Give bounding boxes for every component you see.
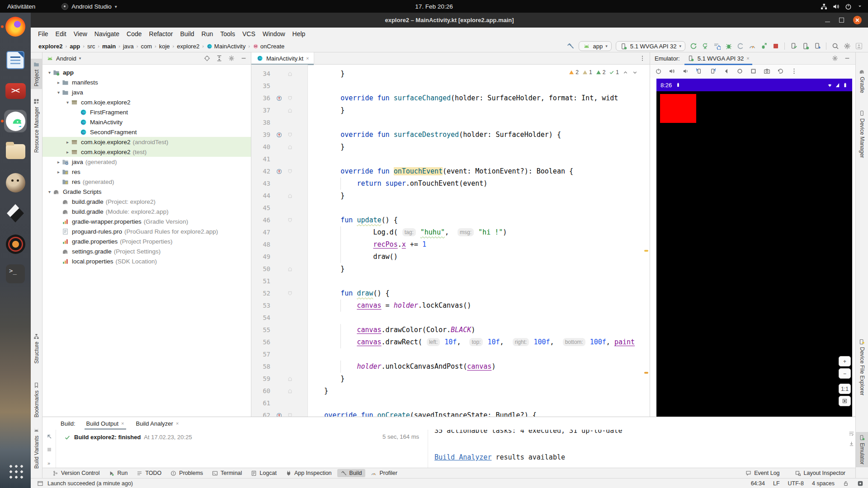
tool-strip-tab-resource-manager[interactable]: Resource Manager — [31, 96, 42, 155]
more-options-icon[interactable] — [638, 55, 646, 62]
tool-window-button-event-log[interactable]: Event Log — [742, 469, 783, 477]
tree-item-java[interactable]: ▾java — [42, 87, 251, 97]
build-status-row[interactable]: Build explore2: finished At 17.02.23, 20… — [56, 430, 426, 441]
dock-item-photo-tool[interactable] — [5, 233, 26, 255]
tree-item-settings-gradle[interactable]: settings.gradle(Project Settings) — [42, 246, 251, 256]
soft-wrap-icon[interactable] — [849, 431, 854, 436]
tree-toggle-icon[interactable]: ▾ — [55, 90, 62, 95]
tree-toggle-icon[interactable]: ▾ — [64, 100, 71, 105]
rerunA-icon[interactable] — [701, 42, 709, 50]
tool-window-button-layout-inspector[interactable]: Layout Inspector — [792, 469, 849, 477]
code-line-36[interactable]: 36 override fun surfaceChanged(holder: S… — [251, 92, 650, 104]
scroll-to-end-icon[interactable] — [849, 441, 854, 447]
build-console[interactable]: 35 actionable tasks: 4 executed, 31 up-t… — [428, 430, 842, 468]
tree-toggle-icon[interactable]: ▾ — [46, 189, 53, 194]
tree-item-res[interactable]: ▸res — [42, 167, 251, 177]
tree-item-proguard-rules-pro[interactable]: proguard-rules.pro(ProGuard Rules for ex… — [42, 226, 251, 236]
code-line-35[interactable]: 35 — [251, 80, 650, 92]
network-icon[interactable] — [821, 3, 827, 10]
status-message[interactable]: Launch succeeded (a minute ago) — [47, 480, 133, 487]
stop-icon[interactable] — [772, 42, 779, 50]
dock-item-firefox[interactable] — [5, 16, 26, 38]
breadcrumb-mainactivity[interactable]: MainActivity — [205, 42, 247, 50]
build-tab-build-output[interactable]: Build Output× — [86, 417, 124, 430]
tree-toggle-icon[interactable]: ▸ — [64, 140, 71, 145]
system-tray[interactable] — [821, 3, 863, 10]
more-actions-icon[interactable]: » — [47, 460, 51, 466]
tree-toggle-icon[interactable]: ▸ — [55, 169, 62, 174]
menu-help[interactable]: Help — [289, 29, 309, 39]
gear-icon[interactable] — [843, 42, 851, 50]
menu-refactor[interactable]: Refactor — [146, 29, 177, 39]
code-line-53[interactable]: 53 canvas = holder.lockCanvas() — [251, 300, 650, 312]
fold-marker-icon[interactable] — [285, 129, 295, 141]
rerun-build-icon[interactable] — [45, 432, 53, 440]
tool-window-button-build[interactable]: Build — [337, 469, 366, 477]
phoneGreen-icon[interactable] — [802, 42, 809, 50]
status-file-encoding[interactable]: UTF-8 — [788, 480, 804, 487]
build-analyzer-link[interactable]: Build Analyzer — [434, 453, 491, 461]
tool-strip-tab-gradle[interactable]: Gradle — [856, 66, 868, 96]
code-line-50[interactable]: 50 } — [251, 263, 650, 275]
dock-item-gimp[interactable] — [5, 172, 26, 193]
menu-code[interactable]: Code — [123, 29, 145, 39]
tree-item-firstfragment[interactable]: FirstFragment — [42, 107, 251, 117]
inspection-widget[interactable]: 2121 — [567, 68, 640, 76]
inspection-warning-badge[interactable]: 2 — [596, 69, 606, 75]
tree-item-local-properties[interactable]: local.properties(SDK Location) — [42, 256, 251, 266]
code-line-37[interactable]: 37 } — [251, 104, 650, 117]
menu-navigate[interactable]: Navigate — [91, 29, 123, 39]
menu-run[interactable]: Run — [198, 29, 217, 39]
gear-icon[interactable] — [831, 55, 839, 62]
tree-item-gradle-wrapper-properties[interactable]: gradle-wrapper.properties(Gradle Version… — [42, 216, 251, 226]
fold-marker-icon[interactable] — [285, 409, 295, 417]
code-line-56[interactable]: 56 canvas.drawRect( left: 10f, top: 10f,… — [251, 336, 650, 348]
code-line-55[interactable]: 55 canvas.drawColor(Color.BLACK) — [251, 324, 650, 336]
code-line-39[interactable]: 39 override fun surfaceDestroyed(holder:… — [251, 129, 650, 141]
code-line-61[interactable]: 61 — [251, 397, 650, 409]
volume-up-icon[interactable] — [668, 67, 676, 75]
clock[interactable]: 17. Feb 20:26 — [0, 3, 868, 10]
tree-item-com-koje-explore2[interactable]: ▸com.koje.explore2(androidTest) — [42, 137, 251, 147]
tool-window-button-profiler[interactable]: Profiler — [367, 469, 401, 477]
tool-window-button-version-control[interactable]: Version Control — [49, 469, 103, 477]
devsync-icon[interactable] — [790, 42, 797, 50]
menu-build[interactable]: Build — [176, 29, 198, 39]
tree-item-app[interactable]: ▾app — [42, 67, 251, 77]
screenshot-icon[interactable] — [763, 67, 771, 75]
inspection-warning-badge[interactable]: 2 — [569, 69, 579, 75]
tree-toggle-icon[interactable]: ▸ — [55, 160, 62, 164]
collapse-icon[interactable] — [215, 55, 223, 62]
tree-item-build-gradle[interactable]: build.gradle(Module: explore2.app) — [42, 206, 251, 216]
tool-window-button-terminal[interactable]: Terminal — [208, 469, 245, 477]
minimize-button[interactable] — [825, 19, 830, 22]
zoom-reset-button[interactable]: 1:1 — [839, 384, 851, 394]
tool-strip-tab-structure[interactable]: Structure — [31, 331, 42, 366]
tree-item-mainactivity[interactable]: MainActivity — [42, 117, 251, 127]
code-line-41[interactable]: 41 — [251, 153, 650, 165]
inspection-ok-badge[interactable]: 1 — [609, 69, 619, 75]
coverage-icon[interactable] — [736, 42, 744, 50]
tree-item-java[interactable]: ▸java(generated) — [42, 157, 251, 167]
code-line-52[interactable]: 52 fun draw() { — [251, 287, 650, 300]
back-icon[interactable] — [722, 67, 730, 75]
close-button[interactable]: ✕ — [853, 16, 862, 24]
fold-marker-icon[interactable] — [285, 287, 295, 300]
power-icon[interactable] — [845, 3, 852, 10]
crosshair-icon[interactable] — [203, 55, 211, 62]
menu-vcs[interactable]: VCS — [239, 29, 259, 39]
tree-item-build-gradle[interactable]: build.gradle(Project: explore2) — [42, 197, 251, 206]
tool-strip-tab-device-file-explorer[interactable]: Device File Explorer — [856, 336, 868, 398]
tree-toggle-icon[interactable]: ▸ — [55, 80, 62, 85]
restore-button[interactable] — [839, 18, 844, 23]
tree-item-gradle-properties[interactable]: gradle.properties(Project Properties) — [42, 236, 251, 246]
code-line-43[interactable]: 43 return super.onTouchEvent(event) — [251, 178, 650, 190]
tool-strip-tab-emulator[interactable]: Emulator — [856, 432, 868, 467]
status-indent-style[interactable]: 4 spaces — [812, 480, 835, 487]
code-line-58[interactable]: 58 holder.unlockCanvasAndPost(canvas) — [251, 361, 650, 373]
debug-icon[interactable] — [725, 42, 732, 50]
person-icon[interactable] — [855, 42, 863, 50]
minus-icon[interactable] — [240, 55, 247, 62]
menu-file[interactable]: File — [34, 29, 52, 39]
tool-strip-tab-device-manager[interactable]: Device Manager — [856, 108, 868, 160]
